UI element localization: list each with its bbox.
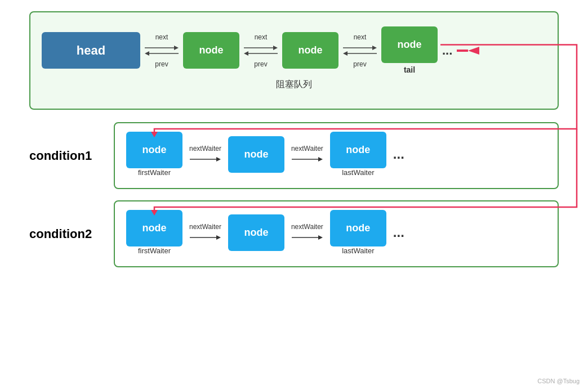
green-node-wrapper-1: node [183, 32, 239, 69]
svg-marker-11 [343, 51, 348, 56]
arrow-group-3: next prev [343, 33, 377, 68]
condition1-nodes-row: node firstWaiter nextWaiter node [126, 132, 546, 177]
arrows-svg-1 [145, 42, 179, 59]
cond1-arrow-svg-1 [190, 154, 221, 164]
main-container: head next prev node next [0, 0, 588, 390]
cond1-dots: ... [393, 146, 404, 162]
cond1-node-2: node [228, 136, 284, 173]
head-node-wrapper: head [42, 32, 140, 69]
blocking-queue-box: head next prev node next [29, 11, 559, 110]
cond2-node-wrapper-1: node firstWaiter [126, 210, 182, 255]
cond1-firstwaiter-label: firstWaiter [138, 168, 171, 177]
next-label-3: next [354, 33, 367, 41]
cond1-node-wrapper-3: node lastWaiter [330, 132, 386, 177]
svg-marker-12 [468, 47, 479, 55]
svg-marker-19 [216, 235, 221, 240]
cond2-waiter-arrow-2: nextWaiter [291, 223, 323, 243]
cond2-arrow-svg-1 [190, 232, 221, 243]
condition1-label: condition1 [29, 149, 103, 163]
prev-label-2: prev [254, 60, 267, 68]
green-dots: ... [442, 43, 452, 58]
svg-rect-13 [457, 50, 468, 52]
condition2-nodes-row: node firstWaiter nextWaiter node [126, 210, 546, 255]
svg-marker-21 [318, 235, 323, 240]
cond2-waiter-arrow-1: nextWaiter [189, 223, 221, 243]
cond2-nextwaiter-2: nextWaiter [291, 223, 323, 231]
arrow-group-2: next prev [244, 33, 278, 68]
arrows-svg-3 [343, 42, 377, 59]
cond1-node-3: node [330, 132, 386, 168]
cond1-lastwaiter-label: lastWaiter [342, 168, 374, 177]
cond1-node-wrapper-2: node [228, 136, 284, 173]
conditions-area: condition1 node firstWaiter nextWaiter [29, 122, 559, 267]
tail-label: tail [404, 65, 415, 74]
cond1-waiter-arrow-2: nextWaiter [291, 145, 323, 164]
cond1-nextwaiter-1: nextWaiter [189, 145, 221, 153]
green-node-3: node [381, 26, 438, 63]
next-label-2: next [255, 33, 268, 41]
cond2-dots: ... [393, 225, 404, 240]
cond2-node-2: node [228, 214, 284, 251]
condition1-box: node firstWaiter nextWaiter node [114, 122, 559, 189]
condition2-row: condition2 node firstWaiter nextWaiter [29, 200, 559, 267]
cond2-firstwaiter-label: firstWaiter [138, 246, 171, 255]
svg-marker-3 [145, 51, 149, 56]
arrows-svg-2 [244, 42, 278, 59]
csdn-watermark: CSDN @Tsbug [537, 378, 580, 384]
cond2-arrow-svg-2 [292, 232, 323, 243]
green-node-wrapper-2: node [282, 32, 338, 69]
condition1-row: condition1 node firstWaiter nextWaiter [29, 122, 559, 189]
cond1-waiter-arrow-1: nextWaiter [189, 145, 221, 164]
green-node-1: node [183, 32, 239, 69]
next-label-1: next [155, 33, 168, 41]
svg-marker-1 [174, 46, 179, 50]
arrow-group-1: next prev [145, 33, 179, 68]
queue-label: 阻塞队列 [42, 79, 546, 91]
head-node: head [42, 32, 140, 69]
red-arrow-indicator [457, 42, 479, 59]
svg-marker-9 [372, 46, 377, 50]
cond2-lastwaiter-label: lastWaiter [342, 246, 374, 255]
cond2-node-wrapper-3: node lastWaiter [330, 210, 386, 255]
condition2-label: condition2 [29, 227, 103, 241]
svg-marker-7 [244, 51, 248, 56]
cond2-node-wrapper-2: node [228, 214, 284, 251]
cond2-node-1: node [126, 210, 182, 246]
green-node-2: node [282, 32, 338, 69]
condition2-box: node firstWaiter nextWaiter node [114, 200, 559, 267]
svg-marker-17 [318, 157, 323, 162]
cond1-node-1: node [126, 132, 182, 168]
green-node-wrapper-3: node tail [381, 26, 438, 74]
head-label: head [77, 43, 105, 58]
prev-label-3: prev [353, 60, 366, 68]
queue-nodes-row: head next prev node next [42, 26, 546, 74]
cond2-node-3: node [330, 210, 386, 246]
cond1-nextwaiter-2: nextWaiter [291, 145, 323, 153]
cond1-node-wrapper-1: node firstWaiter [126, 132, 182, 177]
cond2-nextwaiter-1: nextWaiter [189, 223, 221, 231]
svg-marker-5 [273, 46, 278, 50]
prev-label-1: prev [155, 60, 168, 68]
svg-marker-15 [216, 157, 221, 162]
cond1-arrow-svg-2 [292, 154, 323, 164]
